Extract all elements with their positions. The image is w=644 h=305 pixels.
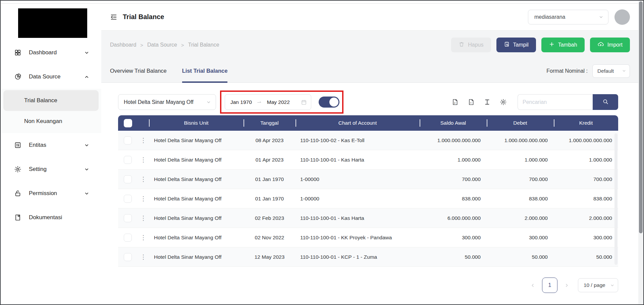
calendar-icon: [301, 99, 307, 105]
business-unit-select[interactable]: Hotel Delta Sinar Mayang Off: [118, 94, 216, 110]
chevron-down-icon: [84, 191, 89, 196]
row-actions-icon[interactable]: ⋮: [140, 157, 147, 163]
sidebar: Dashboard Data Source Trial Balance: [1, 4, 101, 304]
column-header-tanggal[interactable]: Tanggal: [244, 115, 296, 131]
row-checkbox[interactable]: [124, 214, 132, 222]
row-height-icon[interactable]: [484, 99, 491, 106]
cell-kredit: 2.000.000: [554, 208, 618, 228]
workspace-select[interactable]: mediasarana: [528, 10, 608, 24]
tab-list-trial-balance[interactable]: List Trial Balance: [182, 59, 228, 82]
workspace-select-value: mediasarana: [534, 14, 566, 20]
cell-bisnis-unit: Hotel Delta Sinar Mayang Off: [149, 150, 244, 169]
row-checkbox[interactable]: [124, 234, 132, 242]
row-actions-icon[interactable]: ⋮: [140, 195, 147, 202]
svg-text:p: p: [454, 102, 455, 104]
row-actions-icon[interactable]: ⋮: [140, 137, 147, 143]
row-checkbox[interactable]: [124, 156, 132, 164]
page-scrollbar-thumb[interactable]: [639, 1, 643, 233]
sidebar-item-data-source[interactable]: Data Source: [1, 65, 101, 89]
unlock-icon: [14, 190, 21, 197]
cell-bisnis-unit: Hotel Delta Sinar Mayang Off: [149, 170, 244, 189]
breadcrumb-data-source[interactable]: Data Source: [147, 42, 177, 48]
format-nominal-value: Default: [597, 68, 614, 74]
search-group: [518, 94, 618, 110]
sidebar-item-label: Data Source: [29, 73, 77, 80]
cell-debet: 2.000.000: [487, 208, 554, 228]
search-input[interactable]: [518, 94, 593, 110]
format-nominal-select[interactable]: Default: [592, 64, 630, 78]
row-checkbox[interactable]: [124, 136, 132, 144]
cell-chart-of-account: 1-00000: [296, 189, 420, 208]
row-actions-icon[interactable]: ⋮: [140, 234, 147, 241]
table-row: ⋮ Hotel Delta Sinar Mayang Off 08 Apr 20…: [118, 131, 618, 150]
cell-debet: 300.000: [487, 228, 554, 247]
column-header-saldo-awal[interactable]: Saldo Awal: [420, 115, 487, 131]
cell-debet: 838.000: [487, 189, 554, 208]
date-filter-toggle[interactable]: [319, 97, 339, 108]
row-actions-icon[interactable]: ⋮: [140, 254, 147, 260]
select-all-checkbox[interactable]: [124, 119, 132, 127]
app-window: Dashboard Data Source Trial Balance: [0, 0, 644, 305]
avatar[interactable]: [614, 9, 630, 25]
menu-fold-icon[interactable]: [110, 13, 117, 21]
column-header-bisnis-unit[interactable]: Bisnis Unit: [149, 115, 244, 131]
previous-page-icon[interactable]: [530, 283, 535, 288]
column-header-chart-of-account[interactable]: Chart of Account: [296, 115, 420, 131]
sidebar-item-trial-balance[interactable]: Trial Balance: [3, 90, 99, 111]
sidebar-item-permission[interactable]: Permission: [1, 181, 101, 205]
date-end-value: May 2022: [267, 99, 290, 105]
export-excel-icon[interactable]: x: [468, 99, 475, 106]
next-page-icon[interactable]: [564, 283, 569, 288]
row-checkbox[interactable]: [124, 195, 132, 203]
row-actions-icon[interactable]: ⋮: [140, 176, 147, 182]
sidebar-item-setting[interactable]: Setting: [1, 157, 101, 181]
column-header-debet[interactable]: Debet: [487, 115, 554, 131]
date-range-picker[interactable]: Jan 1970 May 2022: [225, 94, 311, 110]
chevron-down-icon: [206, 100, 211, 105]
breadcrumb-dashboard[interactable]: Dashboard: [110, 42, 136, 48]
import-button[interactable]: Import: [590, 38, 630, 52]
cell-saldo-awal: 6.000.000.000: [420, 208, 487, 228]
cell-bisnis-unit: Hotel Delta Sinar Mayang Off: [149, 228, 244, 247]
tab-bar: Overview Trial Balance List Trial Balanc…: [101, 59, 643, 82]
page-number-button[interactable]: 1: [542, 278, 557, 293]
tampil-button[interactable]: Tampil: [496, 38, 536, 52]
export-pdf-icon[interactable]: p: [451, 99, 459, 106]
sidebar-item-entitas[interactable]: Entitas: [1, 133, 101, 157]
page-size-value: 10 / page: [584, 282, 605, 288]
hapus-button[interactable]: Hapus: [451, 38, 491, 52]
cell-saldo-awal: 300.000: [420, 228, 487, 247]
tab-overview-trial-balance[interactable]: Overview Trial Balance: [110, 59, 167, 82]
breadcrumb: Dashboard > Data Source > Trial Balance: [110, 42, 219, 48]
sidebar-item-non-keuangan[interactable]: Non Keuangan: [1, 111, 101, 132]
sidebar-item-dashboard[interactable]: Dashboard: [1, 41, 101, 65]
breadcrumb-separator: >: [181, 42, 184, 48]
cell-chart-of-account: 110-110-100-01 - Kas Harta: [296, 208, 420, 228]
tambah-button[interactable]: Tambah: [541, 38, 585, 52]
cell-tanggal: 01 Jan 1970: [244, 189, 296, 208]
row-checkbox[interactable]: [124, 253, 132, 261]
top-header: Trial Balance mediasarana: [101, 4, 643, 30]
sidebar-item-label: Entitas: [29, 142, 77, 148]
row-actions-icon[interactable]: ⋮: [140, 215, 147, 221]
sidebar-item-dokumentasi[interactable]: Dokumentasi: [1, 205, 101, 230]
sidebar-item-label: Permission: [29, 190, 77, 197]
row-checkbox[interactable]: [124, 175, 132, 183]
table-body: ⋮ Hotel Delta Sinar Mayang Off 08 Apr 20…: [118, 131, 618, 267]
business-unit-value: Hotel Delta Sinar Mayang Off: [124, 99, 194, 105]
column-header-kredit[interactable]: Kredit: [554, 115, 618, 131]
breadcrumb-trial-balance[interactable]: Trial Balance: [188, 42, 219, 48]
search-button[interactable]: [593, 94, 618, 110]
column-settings-gear-icon[interactable]: [500, 99, 507, 106]
page-scrollbar[interactable]: [638, 1, 643, 304]
cell-tanggal: 01 Apr 2023: [244, 150, 296, 169]
cell-saldo-awal: 50.000: [420, 247, 487, 266]
sub-header-band: Dashboard > Data Source > Trial Balance …: [101, 30, 643, 83]
table-row: ⋮ Hotel Delta Sinar Mayang Off 02 Feb 20…: [118, 208, 618, 228]
sidebar-item-label: Setting: [29, 166, 77, 173]
page-size-select[interactable]: 10 / page: [578, 278, 618, 292]
table-scrollbar[interactable]: [614, 133, 618, 265]
cell-debet: 700.000: [487, 170, 554, 189]
cell-kredit: 700.000: [554, 170, 618, 189]
data-source-submenu: Trial Balance Non Keuangan: [1, 89, 101, 133]
